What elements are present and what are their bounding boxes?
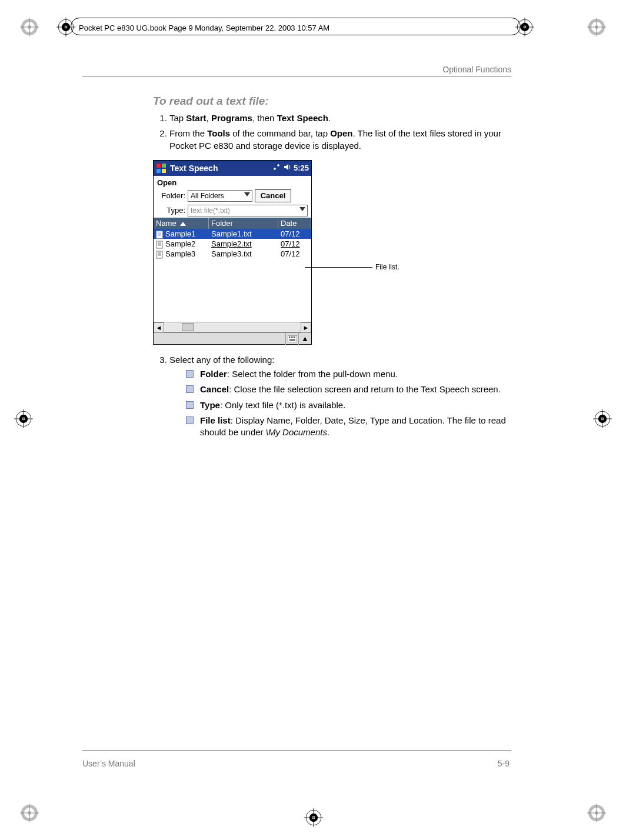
table-row[interactable]: Sample2 Sample2.txt 07/12 (154, 239, 311, 249)
type-value: text file(*.txt) (191, 206, 230, 215)
pda-screenshot: Text Speech 5:25 Open Folder: All Folder… (153, 160, 312, 345)
table-row[interactable]: Sample1 Sample1.txt 07/12 (154, 229, 311, 239)
footer-page-number: 5-9 (498, 759, 510, 768)
bullet-type: Type: Only text file (*.txt) is availabl… (186, 399, 512, 411)
scroll-right-button[interactable]: ► (301, 322, 311, 333)
bullet-filelist: File list: Display Name, Folder, Date, S… (186, 415, 512, 439)
type-dropdown[interactable]: text file(*.txt) (188, 205, 308, 216)
chevron-down-icon (244, 192, 250, 196)
text-file-icon (156, 231, 164, 238)
header-rule (82, 76, 511, 77)
folder-value: All Folders (191, 192, 224, 200)
svg-rect-46 (162, 164, 166, 168)
scrollbar-track[interactable] (164, 322, 301, 332)
pda-status-icons: 5:25 (272, 163, 309, 173)
pda-clock[interactable]: 5:25 (294, 164, 309, 172)
svg-rect-63 (291, 336, 292, 338)
step-1: Tap Start, Programs, then Text Speech. (169, 112, 512, 124)
footer-left: User’s Manual (82, 759, 135, 768)
col-name-header[interactable]: Name (154, 218, 209, 229)
footer-rule (82, 750, 511, 751)
folder-label: Folder: (157, 191, 185, 200)
bullet-list: Folder: Select the folder from the pull-… (169, 368, 512, 438)
svg-rect-48 (162, 169, 166, 173)
svg-rect-57 (156, 251, 162, 258)
svg-rect-66 (289, 339, 295, 341)
cancel-button[interactable]: Cancel (255, 189, 291, 202)
svg-rect-45 (156, 164, 161, 168)
text-file-icon (156, 241, 164, 248)
heading: To read out a text file: (153, 95, 512, 108)
type-label: Type: (157, 206, 185, 215)
open-dialog-title: Open (154, 176, 311, 188)
keyboard-icon[interactable] (285, 333, 298, 345)
pda-app-title: Text Speech (170, 164, 269, 173)
header-stamp: Pocket PC e830 UG.book Page 9 Monday, Se… (76, 24, 332, 32)
table-header: Name Folder Date (154, 218, 311, 229)
text-file-icon (156, 251, 164, 258)
step-3: Select any of the following: Folder: Sel… (169, 354, 512, 439)
page-content: To read out a text file: Tap Start, Prog… (153, 91, 512, 443)
svg-rect-49 (156, 231, 162, 238)
col-date-header[interactable]: Date (278, 218, 311, 229)
steps-list-cont: Select any of the following: Folder: Sel… (153, 354, 512, 439)
scroll-left-button[interactable]: ◄ (154, 322, 164, 333)
sort-asc-icon (180, 222, 186, 226)
pda-bottom-bar: ▲ (154, 332, 311, 344)
pda-titlebar: Text Speech 5:25 (154, 161, 311, 176)
callout: File list. (312, 156, 377, 274)
crosshair-icon (304, 808, 323, 827)
registration-mark-icon (587, 804, 606, 822)
connectivity-icon[interactable] (272, 163, 281, 173)
input-panel-up-icon[interactable]: ▲ (298, 333, 311, 345)
registration-mark-icon (20, 18, 39, 36)
registration-mark-icon (587, 18, 606, 36)
crosshair-icon (593, 409, 612, 428)
callout-label: File list. (375, 263, 399, 271)
horizontal-scrollbar[interactable]: ◄ ► (154, 322, 311, 332)
col-folder-header[interactable]: Folder (209, 218, 278, 229)
crosshair-icon (14, 409, 33, 428)
svg-rect-64 (292, 336, 294, 338)
speaker-icon[interactable] (283, 163, 291, 173)
folder-dropdown[interactable]: All Folders (188, 190, 252, 202)
screenshot-with-callout: Text Speech 5:25 Open Folder: All Folder… (153, 156, 512, 351)
scrollbar-thumb[interactable] (182, 323, 194, 331)
steps-list: Tap Start, Programs, then Text Speech. F… (153, 112, 512, 152)
windows-start-icon[interactable] (156, 163, 167, 174)
bullet-cancel: Cancel: Close the file selection screen … (186, 384, 512, 395)
registration-mark-icon (20, 804, 39, 822)
bullet-folder: Folder: Select the folder from the pull-… (186, 368, 512, 380)
svg-rect-65 (294, 336, 295, 338)
step-2: From the Tools of the command bar, tap O… (169, 128, 512, 152)
chevron-down-icon (299, 207, 305, 211)
svg-rect-47 (156, 169, 161, 173)
svg-rect-61 (288, 335, 297, 342)
section-title: Optional Functions (442, 65, 511, 74)
file-list: Sample1 Sample1.txt 07/12 Sample2 Sample… (154, 229, 311, 322)
svg-rect-62 (289, 336, 290, 338)
table-row[interactable]: Sample3 Sample3.txt 07/12 (154, 249, 311, 259)
svg-rect-53 (156, 241, 162, 248)
